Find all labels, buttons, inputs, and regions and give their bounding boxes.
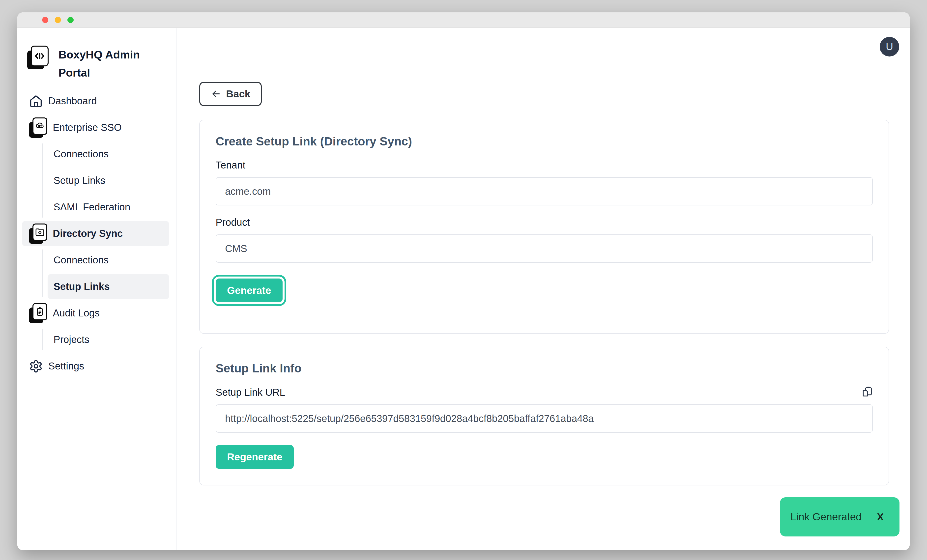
boxyhq-logo-icon: [27, 46, 49, 69]
create-setup-link-card: Create Setup Link (Directory Sync) Tenan…: [199, 120, 889, 334]
sidebar-item-label: Audit Logs: [53, 308, 100, 319]
sidebar-item-label: Settings: [48, 361, 84, 372]
toast-message: Link Generated: [790, 511, 862, 523]
brand: BoxyHQ Admin Portal: [17, 28, 176, 82]
sidebar-item-directory-sync[interactable]: Directory Sync: [17, 220, 176, 247]
sidebar-item-audit-logs[interactable]: Audit Logs: [17, 300, 176, 326]
sidebar-nav: Dashboard Enterprise SSO Connections: [17, 88, 176, 379]
gear-icon: [29, 359, 43, 373]
sidebar-item-sso-setup-links[interactable]: Setup Links: [17, 167, 176, 194]
link-generated-toast: Link Generated X: [780, 497, 900, 536]
brand-title: BoxyHQ Admin Portal: [58, 46, 150, 82]
zoom-window-icon[interactable]: [67, 17, 74, 23]
copy-button[interactable]: [861, 386, 873, 398]
minimize-window-icon[interactable]: [55, 17, 61, 23]
user-avatar[interactable]: U: [880, 37, 899, 56]
sidebar-item-label: Directory Sync: [53, 228, 123, 239]
product-label: Product: [216, 217, 873, 228]
product-input[interactable]: [216, 234, 873, 263]
window-titlebar: [17, 12, 910, 28]
regenerate-button[interactable]: Regenerate: [216, 445, 294, 469]
sidebar-item-sso-connections[interactable]: Connections: [17, 141, 176, 167]
sidebar-item-saml-federation[interactable]: SAML Federation: [17, 194, 176, 220]
sidebar: BoxyHQ Admin Portal Dashboard: [17, 28, 176, 550]
home-icon: [29, 94, 43, 108]
sso-cloud-key-icon: [29, 117, 47, 138]
directory-folder-icon: [29, 223, 47, 244]
info-card-title: Setup Link Info: [216, 361, 873, 375]
back-button[interactable]: Back: [199, 82, 262, 106]
main-body: Back Create Setup Link (Directory Sync) …: [176, 66, 910, 550]
tenant-label: Tenant: [216, 159, 873, 171]
create-card-title: Create Setup Link (Directory Sync): [216, 135, 873, 148]
generate-button[interactable]: Generate: [216, 279, 283, 302]
arrow-left-icon: [211, 88, 222, 99]
sidebar-item-dashboard[interactable]: Dashboard: [17, 88, 176, 114]
toast-close-button[interactable]: X: [877, 511, 884, 523]
main-header: U: [176, 28, 910, 66]
sidebar-item-enterprise-sso[interactable]: Enterprise SSO: [17, 114, 176, 141]
tenant-input[interactable]: [216, 177, 873, 205]
setup-link-info-card: Setup Link Info Setup Link URL Regenerat…: [199, 347, 889, 486]
avatar-initial: U: [886, 41, 893, 53]
sidebar-item-dsync-connections[interactable]: Connections: [17, 247, 176, 273]
sidebar-item-label: Dashboard: [48, 96, 97, 106]
app-window: BoxyHQ Admin Portal Dashboard: [17, 12, 910, 550]
sidebar-item-dsync-setup-links[interactable]: Setup Links: [17, 273, 176, 300]
setup-link-url-label: Setup Link URL: [216, 387, 285, 398]
main-area: U Back Create Setup Link (Directory Sync…: [176, 28, 910, 550]
sidebar-item-projects[interactable]: Projects: [17, 326, 176, 353]
close-window-icon[interactable]: [42, 17, 48, 23]
audit-clipboard-icon: [29, 303, 47, 323]
sidebar-item-label: Enterprise SSO: [53, 122, 122, 133]
setup-link-url-input[interactable]: [216, 404, 873, 433]
copy-clipboard-icon: [861, 386, 873, 398]
sidebar-item-settings[interactable]: Settings: [17, 353, 176, 379]
